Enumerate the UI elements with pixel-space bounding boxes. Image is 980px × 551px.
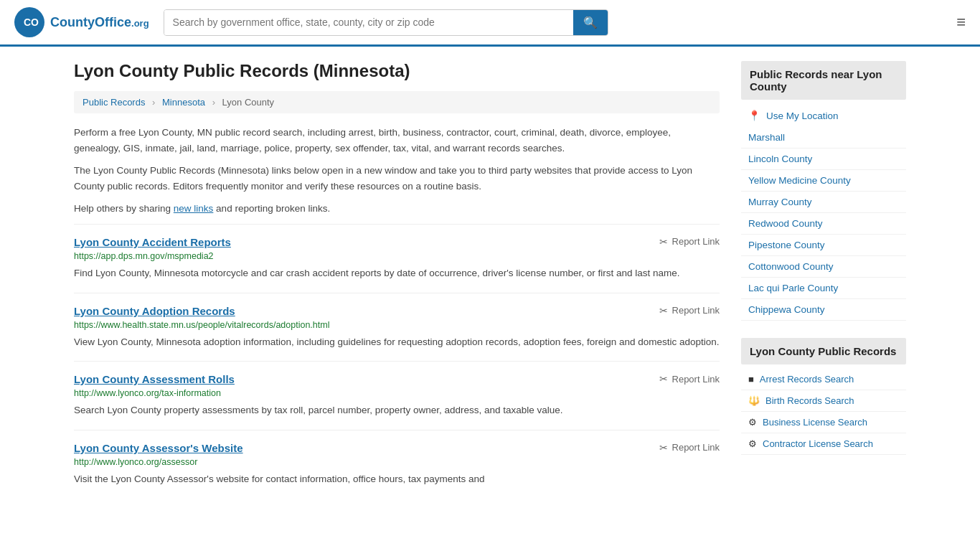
record-type-icon: ⚙ xyxy=(748,417,757,428)
record-description: Search Lyon County property assessments … xyxy=(74,402,720,418)
record-header: Lyon County Assessor's Website ✂ Report … xyxy=(74,442,720,454)
report-link-button[interactable]: ✂ Report Link xyxy=(659,305,720,316)
nearby-county-item[interactable]: Marshall xyxy=(741,127,906,149)
use-location-item[interactable]: 📍 Use My Location xyxy=(741,104,906,127)
location-pin-icon: 📍 xyxy=(748,110,760,121)
record-url[interactable]: https://www.health.state.mn.us/people/vi… xyxy=(74,320,720,330)
use-location-label: Use My Location xyxy=(766,110,839,121)
new-links-link[interactable]: new links xyxy=(174,203,214,214)
description-3: Help others by sharing new links and rep… xyxy=(74,201,720,217)
record-entry: Lyon County Assessment Rolls ✂ Report Li… xyxy=(74,361,720,430)
lyon-records-heading: Lyon County Public Records xyxy=(741,338,906,364)
breadcrumb-public-records[interactable]: Public Records xyxy=(83,97,145,108)
report-link-button[interactable]: ✂ Report Link xyxy=(659,442,720,453)
nearby-county-item[interactable]: Murray County xyxy=(741,192,906,213)
report-link-button[interactable]: ✂ Report Link xyxy=(659,236,720,248)
breadcrumb: Public Records › Minnesota › Lyon County xyxy=(74,91,720,113)
sidebar: Public Records near Lyon County 📍 Use My… xyxy=(741,61,906,498)
logo[interactable]: CO CountyOffice.org xyxy=(14,7,149,37)
lyon-records-section: Lyon County Public Records ■ Arrest Reco… xyxy=(741,338,906,455)
nearby-items-list: MarshallLincoln CountyYellow Medicine Co… xyxy=(741,127,906,321)
records-list: Lyon County Accident Reports ✂ Report Li… xyxy=(74,224,720,498)
record-type-icon: 🔱 xyxy=(748,395,760,406)
breadcrumb-minnesota[interactable]: Minnesota xyxy=(162,97,205,108)
nearby-county-item[interactable]: Redwood County xyxy=(741,213,906,235)
hamburger-menu-icon[interactable]: ≡ xyxy=(956,13,966,32)
nearby-county-item[interactable]: Lac qui Parle County xyxy=(741,278,906,299)
record-type-label: Contractor License Search xyxy=(763,438,873,449)
record-title[interactable]: Lyon County Assessment Rolls xyxy=(74,373,235,385)
lyon-record-item[interactable]: ⚙ Business License Search xyxy=(741,412,906,433)
record-header: Lyon County Accident Reports ✂ Report Li… xyxy=(74,236,720,248)
record-description: View Lyon County, Minnesota adoption inf… xyxy=(74,334,720,350)
record-type-label: Business License Search xyxy=(763,417,867,428)
record-title[interactable]: Lyon County Assessor's Website xyxy=(74,442,243,454)
record-entry: Lyon County Accident Reports ✂ Report Li… xyxy=(74,224,720,293)
record-header: Lyon County Adoption Records ✂ Report Li… xyxy=(74,305,720,317)
record-description: Visit the Lyon County Assessor's website… xyxy=(74,471,720,487)
report-link-icon: ✂ xyxy=(659,373,668,385)
main-content: Lyon County Public Records (Minnesota) P… xyxy=(74,61,720,498)
page-container: Lyon County Public Records (Minnesota) P… xyxy=(60,47,920,512)
breadcrumb-lyon-county: Lyon County xyxy=(222,97,275,108)
report-link-label: Report Link xyxy=(672,305,720,316)
description-2: The Lyon County Public Records (Minnesot… xyxy=(74,163,720,194)
nearby-heading: Public Records near Lyon County xyxy=(741,61,906,100)
nearby-county-item[interactable]: Lincoln County xyxy=(741,149,906,170)
record-entry: Lyon County Adoption Records ✂ Report Li… xyxy=(74,293,720,362)
report-link-label: Report Link xyxy=(672,442,720,453)
report-link-icon: ✂ xyxy=(659,305,668,316)
record-type-icon: ■ xyxy=(748,374,754,385)
search-input[interactable] xyxy=(164,10,573,35)
report-link-label: Report Link xyxy=(672,236,720,247)
record-entry: Lyon County Assessor's Website ✂ Report … xyxy=(74,430,720,499)
nearby-county-item[interactable]: Yellow Medicine County xyxy=(741,170,906,192)
svg-text:CO: CO xyxy=(24,17,39,28)
report-link-icon: ✂ xyxy=(659,236,668,248)
page-title: Lyon County Public Records (Minnesota) xyxy=(74,61,720,81)
nearby-county-item[interactable]: Pipestone County xyxy=(741,235,906,256)
record-type-label: Arrest Records Search xyxy=(760,374,854,385)
lyon-records-list: ■ Arrest Records Search 🔱 Birth Records … xyxy=(741,369,906,455)
description-3-pre: Help others by sharing xyxy=(74,203,174,214)
lyon-record-item[interactable]: ⚙ Contractor License Search xyxy=(741,433,906,455)
nearby-section: Public Records near Lyon County 📍 Use My… xyxy=(741,61,906,321)
breadcrumb-sep-2: › xyxy=(212,97,215,108)
logo-icon: CO xyxy=(14,7,44,37)
description-1: Perform a free Lyon County, MN public re… xyxy=(74,125,720,156)
record-url[interactable]: http://www.lyonco.org/tax-information xyxy=(74,388,720,398)
record-description: Find Lyon County, Minnesota motorcycle a… xyxy=(74,265,720,281)
search-bar: 🔍 xyxy=(164,9,608,36)
record-type-label: Birth Records Search xyxy=(765,395,854,406)
report-link-icon: ✂ xyxy=(659,442,668,453)
nearby-county-item[interactable]: Chippewa County xyxy=(741,299,906,321)
breadcrumb-sep-1: › xyxy=(152,97,155,108)
report-link-button[interactable]: ✂ Report Link xyxy=(659,373,720,385)
record-url[interactable]: http://www.lyonco.org/assessor xyxy=(74,457,720,467)
record-title[interactable]: Lyon County Accident Reports xyxy=(74,236,231,248)
lyon-record-item[interactable]: ■ Arrest Records Search xyxy=(741,369,906,390)
search-button[interactable]: 🔍 xyxy=(573,10,608,35)
nearby-county-item[interactable]: Cottonwood County xyxy=(741,256,906,278)
site-header: CO CountyOffice.org 🔍 ≡ xyxy=(0,0,980,47)
lyon-record-item[interactable]: 🔱 Birth Records Search xyxy=(741,390,906,412)
description-3-post: and reporting broken links. xyxy=(213,203,330,214)
record-title[interactable]: Lyon County Adoption Records xyxy=(74,305,235,317)
record-type-icon: ⚙ xyxy=(748,438,757,449)
logo-text: CountyOffice.org xyxy=(50,15,149,30)
record-url[interactable]: https://app.dps.mn.gov/mspmedia2 xyxy=(74,251,720,261)
report-link-label: Report Link xyxy=(672,374,720,385)
record-header: Lyon County Assessment Rolls ✂ Report Li… xyxy=(74,373,720,385)
